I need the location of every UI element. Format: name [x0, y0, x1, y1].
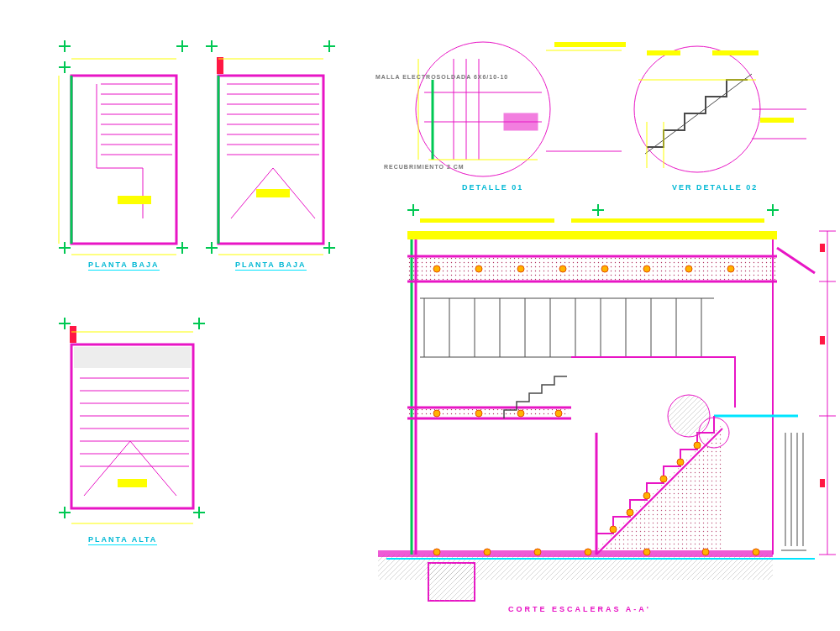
svg-point-120 — [694, 442, 701, 449]
svg-point-111 — [585, 549, 591, 555]
svg-point-107 — [555, 410, 562, 417]
svg-point-115 — [610, 526, 617, 533]
svg-rect-133 — [820, 336, 825, 344]
svg-rect-135 — [420, 218, 554, 223]
svg-point-98 — [517, 266, 524, 272]
svg-rect-134 — [820, 479, 825, 487]
svg-rect-132 — [820, 244, 825, 252]
svg-point-114 — [753, 549, 759, 555]
svg-point-113 — [702, 549, 709, 555]
svg-rect-136 — [571, 218, 764, 223]
svg-point-103 — [727, 266, 734, 272]
svg-point-118 — [660, 476, 667, 482]
svg-point-102 — [685, 266, 692, 272]
svg-point-108 — [433, 549, 440, 555]
svg-point-106 — [517, 410, 524, 417]
svg-point-99 — [559, 266, 566, 272]
section-title: CORTE ESCALERAS A-A' — [508, 605, 651, 613]
svg-point-112 — [643, 549, 650, 555]
svg-point-110 — [534, 549, 541, 555]
svg-rect-74 — [407, 256, 777, 281]
svg-point-97 — [475, 266, 482, 272]
section-aa — [0, 0, 840, 631]
svg-rect-73 — [407, 231, 777, 239]
svg-point-119 — [677, 459, 684, 465]
svg-point-96 — [433, 266, 440, 272]
svg-point-101 — [643, 266, 650, 272]
svg-point-117 — [643, 492, 650, 499]
svg-point-137 — [668, 395, 710, 437]
cad-drawing-sheet: PLANTA BAJA PLANTA BAJA — [0, 0, 840, 631]
svg-point-105 — [475, 410, 482, 417]
svg-point-100 — [601, 266, 608, 272]
svg-point-109 — [484, 549, 491, 555]
svg-point-104 — [433, 410, 440, 417]
svg-point-116 — [627, 509, 633, 516]
svg-rect-68 — [428, 563, 475, 601]
svg-rect-79 — [409, 409, 569, 417]
